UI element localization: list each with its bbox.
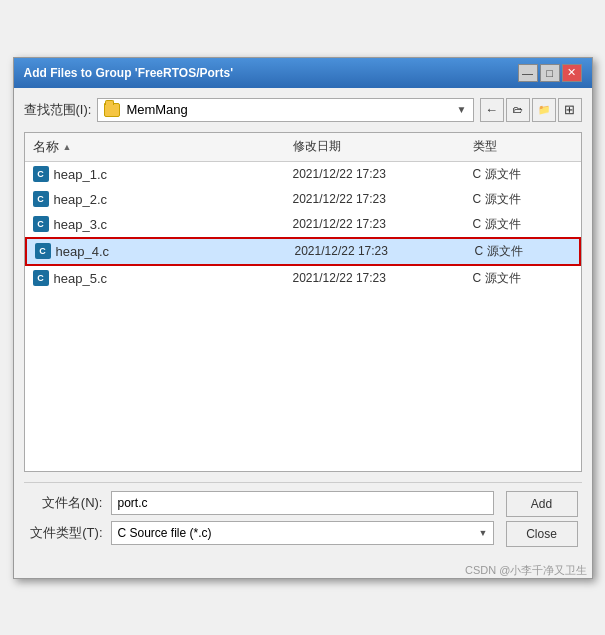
close-dialog-button[interactable]: Close <box>506 521 578 547</box>
file-type-cell: C 源文件 <box>465 215 581 234</box>
filename-label: 文件名(N): <box>28 494 103 512</box>
file-name-label: heap_3.c <box>54 217 108 232</box>
add-button[interactable]: Add <box>506 491 578 517</box>
dialog-title: Add Files to Group 'FreeRTOS/Ports' <box>24 66 234 80</box>
location-dropdown[interactable]: MemMang ▼ <box>97 98 473 122</box>
file-name-label: heap_2.c <box>54 192 108 207</box>
file-name-cell: Cheap_4.c <box>27 242 287 260</box>
file-date-cell: 2021/12/22 17:23 <box>285 270 465 286</box>
location-label: 查找范围(I): <box>24 101 92 119</box>
file-name-label: heap_1.c <box>54 167 108 182</box>
file-date-cell: 2021/12/22 17:23 <box>285 191 465 207</box>
file-list: Cheap_1.c2021/12/22 17:23C 源文件Cheap_2.c2… <box>25 162 581 471</box>
form-fields: 文件名(N): 文件类型(T): C Source file (*.c)All … <box>28 491 494 545</box>
c-file-icon: C <box>33 191 49 207</box>
toolbar-buttons: ← 🗁 📁 ⊞ <box>480 98 582 122</box>
file-name-label: heap_5.c <box>54 271 108 286</box>
file-name-label: heap_4.c <box>56 244 110 259</box>
file-list-container: 名称 ▲ 修改日期 类型 Cheap_1.c2021/12/22 17:23C … <box>24 132 582 472</box>
back-icon: ← <box>485 102 498 117</box>
location-dropdown-content: MemMang <box>104 102 187 117</box>
table-row[interactable]: Cheap_4.c2021/12/22 17:23C 源文件 <box>25 237 581 266</box>
view-button[interactable]: ⊞ <box>558 98 582 122</box>
window-controls: — □ ✕ <box>518 64 582 82</box>
title-bar: Add Files to Group 'FreeRTOS/Ports' — □ … <box>14 58 592 88</box>
c-file-icon: C <box>33 270 49 286</box>
file-date-cell: 2021/12/22 17:23 <box>287 243 467 259</box>
new-folder-icon: 📁 <box>538 104 550 115</box>
c-file-icon: C <box>35 243 51 259</box>
filetype-select[interactable]: C Source file (*.c)All files (*.*) <box>111 521 494 545</box>
file-name-cell: Cheap_2.c <box>25 190 285 208</box>
file-type-cell: C 源文件 <box>467 242 579 261</box>
filetype-select-wrapper: C Source file (*.c)All files (*.*) <box>111 521 494 545</box>
add-files-dialog: Add Files to Group 'FreeRTOS/Ports' — □ … <box>13 57 593 579</box>
table-row[interactable]: Cheap_5.c2021/12/22 17:23C 源文件 <box>25 266 581 291</box>
dialog-body: 查找范围(I): MemMang ▼ ← 🗁 📁 ⊞ <box>14 88 592 561</box>
file-type-cell: C 源文件 <box>465 190 581 209</box>
dropdown-arrow-icon: ▼ <box>457 104 467 115</box>
column-header-date[interactable]: 修改日期 <box>285 136 465 158</box>
close-button[interactable]: ✕ <box>562 64 582 82</box>
minimize-button[interactable]: — <box>518 64 538 82</box>
table-row[interactable]: Cheap_3.c2021/12/22 17:23C 源文件 <box>25 212 581 237</box>
c-file-icon: C <box>33 166 49 182</box>
action-buttons: Add Close <box>506 491 578 547</box>
file-type-cell: C 源文件 <box>465 165 581 184</box>
bottom-form-area: 文件名(N): 文件类型(T): C Source file (*.c)All … <box>28 491 578 547</box>
column-name-label: 名称 <box>33 138 59 156</box>
up-icon: 🗁 <box>513 104 523 115</box>
filename-input[interactable] <box>111 491 494 515</box>
file-date-cell: 2021/12/22 17:23 <box>285 166 465 182</box>
file-type-cell: C 源文件 <box>465 269 581 288</box>
filetype-row: 文件类型(T): C Source file (*.c)All files (*… <box>28 521 494 545</box>
bottom-section: 文件名(N): 文件类型(T): C Source file (*.c)All … <box>24 482 582 551</box>
file-name-cell: Cheap_5.c <box>25 269 285 287</box>
up-folder-button[interactable]: 🗁 <box>506 98 530 122</box>
filename-row: 文件名(N): <box>28 491 494 515</box>
column-header-name[interactable]: 名称 ▲ <box>25 136 285 158</box>
file-name-cell: Cheap_1.c <box>25 165 285 183</box>
sort-arrow-icon: ▲ <box>63 142 72 152</box>
table-row[interactable]: Cheap_2.c2021/12/22 17:23C 源文件 <box>25 187 581 212</box>
back-button[interactable]: ← <box>480 98 504 122</box>
filetype-label: 文件类型(T): <box>28 524 103 542</box>
file-date-cell: 2021/12/22 17:23 <box>285 216 465 232</box>
watermark: CSDN @小李千净又卫生 <box>14 561 592 578</box>
new-folder-button[interactable]: 📁 <box>532 98 556 122</box>
file-list-header: 名称 ▲ 修改日期 类型 <box>25 133 581 162</box>
folder-icon <box>104 103 120 117</box>
maximize-button[interactable]: □ <box>540 64 560 82</box>
column-header-type[interactable]: 类型 <box>465 136 581 158</box>
toolbar-row: 查找范围(I): MemMang ▼ ← 🗁 📁 ⊞ <box>24 98 582 122</box>
c-file-icon: C <box>33 216 49 232</box>
table-row[interactable]: Cheap_1.c2021/12/22 17:23C 源文件 <box>25 162 581 187</box>
current-folder-label: MemMang <box>126 102 187 117</box>
file-name-cell: Cheap_3.c <box>25 215 285 233</box>
view-icon: ⊞ <box>564 102 575 117</box>
